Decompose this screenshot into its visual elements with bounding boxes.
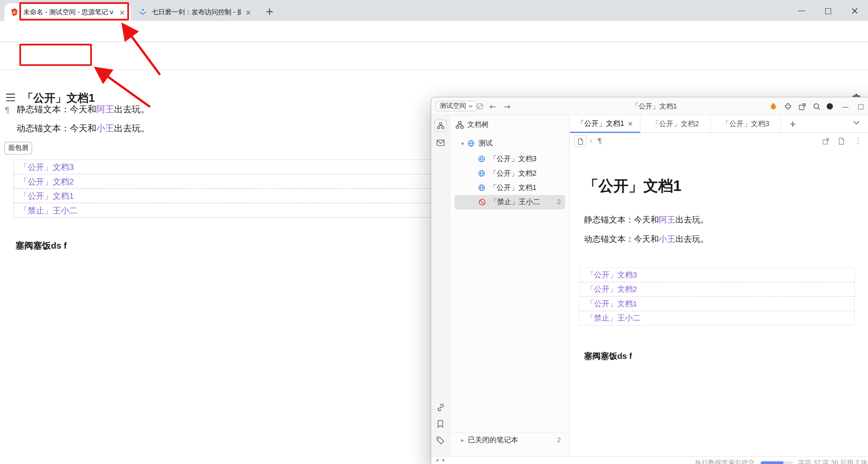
editor-tab[interactable]: 「公开」文档3 bbox=[711, 115, 781, 133]
doc-link[interactable]: 「公开」文档1 bbox=[579, 297, 854, 311]
paragraph-marker: ¶ bbox=[4, 105, 10, 115]
plugin-icon[interactable] bbox=[783, 102, 792, 111]
block-ref-link[interactable]: 阿王 bbox=[659, 215, 675, 224]
static-anchor-paragraph[interactable]: 静态锚文本：今天和阿王出去玩。 bbox=[17, 104, 150, 116]
index-progress-bar bbox=[761, 461, 793, 464]
more-options-icon[interactable]: ⋮ bbox=[854, 136, 862, 145]
dynamic-anchor-paragraph[interactable]: 动态锚文本：今天和小王出去玩。 bbox=[584, 234, 708, 245]
chevron-down-icon[interactable] bbox=[853, 121, 860, 124]
tree-doc-row[interactable]: 「公开」文档1 bbox=[450, 180, 570, 195]
ref-count-badge: 2 bbox=[557, 198, 561, 206]
editor-tab-bar: 「公开」文档1 × 「公开」文档2 「公开」文档3 + bbox=[570, 115, 868, 133]
status-stats-text: 字符 37 字 36 引用 2 块 1 bbox=[798, 459, 868, 464]
notebook-label: 测试 bbox=[478, 138, 493, 148]
tree-doc-row[interactable]: 「公开」文档3 bbox=[450, 152, 570, 166]
browser-tab-siyuan[interactable]: 未命名 - 测试空间 - 思源笔记 v × bbox=[4, 3, 131, 21]
browser-toolbar: ← → ↻ 127.0.0.1:6808/stage/build/mobile/… bbox=[0, 21, 868, 42]
dock-corners-icon[interactable] bbox=[436, 459, 445, 464]
mobile-breadcrumb-row: 面包屑 ⋮ bbox=[0, 70, 868, 85]
file-tree-header: 文档树 bbox=[456, 120, 489, 130]
document-icon[interactable] bbox=[837, 137, 845, 145]
closed-notebooks-row[interactable]: ▸ 已关闭的笔记本 2 bbox=[450, 432, 570, 447]
text: 动态锚文本：今天和 bbox=[17, 123, 96, 133]
browser-tab-strip: 未命名 - 测试空间 - 思源笔记 v × 七日磨一剑：发布访问控制 - 掘 ×… bbox=[0, 0, 868, 21]
status-right-cluster: 执行数据库索引提交 字符 37 字 36 引用 2 块 1 bbox=[695, 457, 868, 464]
paragraph-marker[interactable]: ¶ bbox=[597, 137, 602, 145]
collapse-arrow-icon[interactable]: ▾ bbox=[461, 140, 464, 147]
doc-title[interactable]: 「公开」文档1 bbox=[584, 176, 682, 196]
doc-label: 「禁止」王小二 bbox=[490, 197, 540, 207]
bookmark-icon[interactable] bbox=[436, 420, 445, 428]
add-tab-button[interactable]: + bbox=[788, 119, 797, 129]
tab-title: 七日磨一剑：发布访问控制 - 掘 bbox=[152, 7, 241, 17]
tag-icon[interactable] bbox=[436, 437, 445, 445]
tail-paragraph[interactable]: 塞阀塞饭ds f bbox=[16, 240, 67, 252]
text: 出去玩。 bbox=[114, 105, 149, 114]
mobile-header: 「公开」文档1 bbox=[0, 42, 868, 70]
window-maximize-button[interactable]: □ bbox=[815, 0, 841, 21]
window-maximize-icon[interactable]: □ bbox=[855, 101, 866, 111]
text: 动态锚文本：今天和 bbox=[584, 234, 658, 244]
window-close-button[interactable]: × bbox=[842, 0, 868, 21]
tail-paragraph[interactable]: 塞阀塞饭ds f bbox=[584, 351, 632, 362]
file-tree-dock-icon[interactable] bbox=[435, 120, 447, 132]
block-ref-link[interactable]: 小王 bbox=[96, 123, 114, 133]
blocked-icon bbox=[478, 198, 486, 206]
vip-flame-icon[interactable] bbox=[769, 102, 778, 111]
breadcrumb-separator: › bbox=[590, 136, 593, 145]
status-bar: 执行数据库索引提交 字符 37 字 36 引用 2 块 1 bbox=[431, 456, 868, 464]
doc-link[interactable]: 「禁止」王小二 bbox=[579, 311, 854, 325]
collapsed-arrow-icon[interactable]: ▸ bbox=[461, 437, 464, 443]
doc-link[interactable]: 「公开」文档3 bbox=[579, 268, 854, 282]
doc-label: 「公开」文档1 bbox=[489, 183, 536, 193]
tree-doc-row[interactable]: 「公开」文档2 bbox=[450, 166, 570, 180]
siyuan-favicon bbox=[10, 8, 19, 17]
window-minimize-button[interactable]: — bbox=[788, 0, 815, 21]
tab-close-icon[interactable]: × bbox=[628, 120, 633, 128]
left-dock bbox=[431, 115, 450, 457]
block-ref-link[interactable]: 阿王 bbox=[96, 105, 114, 114]
inbox-envelope-icon[interactable] bbox=[436, 138, 445, 147]
globe-icon bbox=[478, 170, 486, 177]
mobile-doc-title: 「公开」文档1 bbox=[22, 91, 95, 106]
linked-docs-list: 「公开」文档3 「公开」文档2 「公开」文档1 「禁止」王小二 bbox=[579, 268, 855, 326]
notebook-row[interactable]: ▾ 测试 bbox=[450, 136, 570, 151]
theme-icon[interactable] bbox=[825, 102, 834, 111]
editor-breadcrumb: › ¶ ⋮ bbox=[570, 133, 868, 150]
doc-link[interactable]: 「公开」文档2 bbox=[579, 283, 854, 297]
file-tree-panel: 文档树 ▾ 测试 「公开」文档3 「公开」文档2 「公开」文档1 「禁止」 bbox=[450, 115, 570, 457]
open-in-new-icon[interactable] bbox=[822, 137, 830, 145]
tab-close-icon[interactable]: × bbox=[245, 8, 251, 16]
text: 出去玩。 bbox=[114, 123, 149, 133]
hamburger-menu-icon[interactable] bbox=[5, 94, 15, 101]
browser-tab-juejin[interactable]: 七日磨一剑：发布访问控制 - 掘 × bbox=[133, 3, 257, 21]
globe-icon bbox=[478, 184, 486, 192]
tab-title: 未命名 - 测试空间 - 思源笔记 v bbox=[23, 7, 115, 17]
backlink-icon[interactable] bbox=[436, 403, 445, 412]
globe-icon bbox=[467, 139, 475, 147]
block-ref-link[interactable]: 小王 bbox=[659, 234, 675, 244]
siyuan-desktop-window[interactable]: 测试空间 ← → 「公开」文档1 — bbox=[431, 97, 868, 464]
editor-tab-active[interactable]: 「公开」文档1 × bbox=[570, 115, 640, 133]
document-icon[interactable] bbox=[574, 135, 586, 147]
text: 出去玩。 bbox=[675, 234, 709, 244]
screen: 未命名 - 测试空间 - 思源笔记 v × 七日磨一剑：发布访问控制 - 掘 ×… bbox=[0, 0, 868, 464]
window-minimize-icon[interactable]: — bbox=[840, 101, 851, 111]
siyuan-titlebar[interactable]: 测试空间 ← → 「公开」文档1 — bbox=[431, 97, 868, 115]
text: 出去玩。 bbox=[675, 215, 709, 224]
breadcrumb-chip[interactable]: 面包屑 bbox=[4, 142, 32, 155]
new-tab-button[interactable]: + bbox=[262, 4, 277, 18]
export-icon[interactable] bbox=[798, 102, 807, 111]
tree-doc-row-selected[interactable]: 「禁止」王小二 2 bbox=[454, 195, 565, 209]
editor-tab-label: 「公开」文档1 bbox=[577, 118, 624, 128]
dynamic-anchor-paragraph[interactable]: 动态锚文本：今天和小王出去玩。 bbox=[17, 123, 150, 134]
closed-count-badge: 2 bbox=[557, 436, 561, 444]
file-tree-header-icon bbox=[456, 120, 464, 129]
tab-close-icon[interactable]: × bbox=[119, 8, 125, 16]
doc-label: 「公开」文档2 bbox=[489, 168, 536, 178]
editor-tab-label: 「公开」文档3 bbox=[722, 119, 769, 129]
static-anchor-paragraph[interactable]: 静态锚文本：今天和阿王出去玩。 bbox=[584, 215, 708, 225]
search-icon[interactable] bbox=[812, 102, 821, 111]
file-tree-title: 文档树 bbox=[467, 120, 489, 130]
editor-tab[interactable]: 「公开」文档2 bbox=[640, 115, 711, 133]
